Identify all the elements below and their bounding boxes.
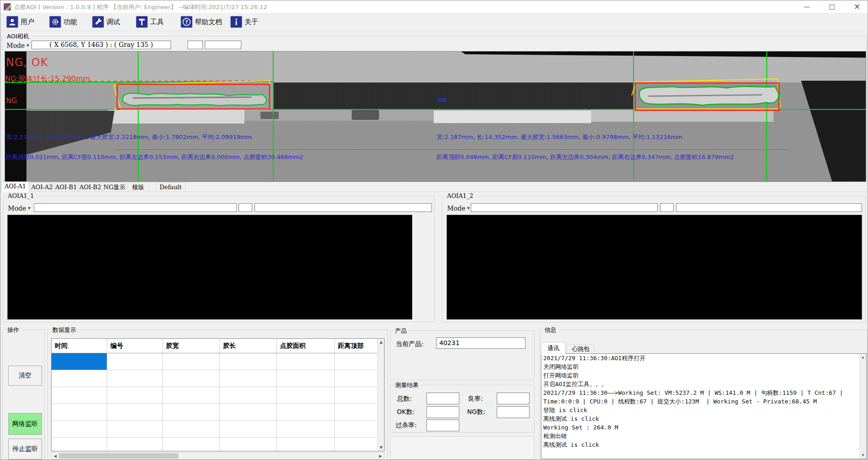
current-product-field[interactable]: 40231 [436, 337, 525, 349]
hammer-icon [136, 16, 148, 28]
close-button[interactable]: × [847, 0, 868, 13]
toolbar-button-user[interactable]: 用户 [5, 15, 36, 29]
toolbar-button-function[interactable]: 功能 [47, 15, 79, 29]
toolbar-button-help[interactable]: ? 帮助文档 [179, 15, 224, 29]
table-horizontal-scrollbar[interactable]: ◀ ▶ [51, 452, 385, 460]
tab-template[interactable]: 模版 [127, 182, 149, 192]
tab-aoi-a1[interactable]: AOI-A1 [1, 181, 29, 192]
scrollbar-thumb[interactable] [59, 453, 178, 459]
toolbar-label: 关于 [244, 18, 258, 26]
left-measure-line1: 宽:2.215mm, 长:15.290mm, 最大胶宽:2.2218mm, 最小… [6, 133, 252, 141]
table-row[interactable] [52, 438, 384, 451]
tab-aoi-b1[interactable]: AOI-B1 [55, 182, 78, 192]
toolbar-label: 调试 [106, 18, 120, 26]
aoia1-2-mode-dropdown[interactable]: Mode ▼ [446, 204, 471, 212]
table-row[interactable] [52, 387, 384, 404]
measurement-group: 测量结果 总数: 良率: OK数: NG数: 过杀率: [390, 385, 535, 433]
log-line: 离线测试 is click [541, 414, 866, 423]
user-icon [6, 16, 18, 28]
column-header-time[interactable]: 时间 [52, 339, 107, 353]
column-header-area[interactable]: 点胶面积 [277, 339, 335, 353]
total-field[interactable] [426, 393, 459, 404]
camera-mode-dropdown[interactable]: Mode ▼ [5, 41, 31, 50]
toolbar-button-debug[interactable]: 调试 [90, 15, 122, 29]
log-line: 关闭网络监听 [541, 362, 866, 371]
aoia1-1-image-view[interactable] [7, 215, 412, 320]
camera-aux-field-1[interactable] [187, 41, 203, 49]
log-line: 检测出错 [541, 432, 866, 440]
table-row[interactable] [52, 370, 384, 387]
aoia1-2-field-3[interactable] [676, 203, 862, 212]
scroll-down-icon[interactable]: ▼ [378, 445, 385, 450]
aoia1-1-mode-dropdown[interactable]: Mode ▼ [7, 204, 31, 212]
column-header-id[interactable]: 编号 [107, 339, 163, 353]
aoia1-2-group: AOIA1_2 Mode ▼ [442, 196, 866, 322]
log-line: 2021/7/29 11:36:30:AOI程序打开 [541, 354, 866, 362]
log-vertical-scrollbar[interactable]: ▲ ▼ [859, 354, 866, 459]
tab-comm[interactable]: 通讯 [541, 342, 566, 354]
gear-icon [49, 16, 61, 28]
info-group: 信息 通讯 心跳包 2021/7/29 11:36:30:AOI程序打开 关闭网… [540, 330, 868, 460]
tab-aoi-b2[interactable]: AOI-B2 [79, 182, 102, 192]
maximize-button[interactable]: □ [821, 0, 842, 13]
stop-listen-button[interactable]: 停止监听 [8, 439, 42, 460]
scroll-down-icon[interactable]: ▼ [860, 453, 866, 457]
overkill-label: 过杀率: [395, 421, 417, 429]
camera-aux-field-2[interactable] [205, 41, 241, 49]
aoia1-2-field-1[interactable] [471, 203, 658, 212]
tab-heartbeat[interactable]: 心跳包 [567, 344, 595, 354]
tab-divider [1, 191, 868, 192]
operations-label: 操作 [5, 326, 21, 334]
ok-count-field[interactable] [426, 406, 459, 418]
table-row[interactable] [52, 404, 384, 421]
data-display-group: 数据显示 时间 编号 胶宽 胶长 点胶面积 距离顶部 ▲ [47, 330, 388, 460]
total-label: 总数: [397, 395, 412, 403]
aoia1-2-label: AOIA1_2 [445, 192, 475, 199]
camera-image[interactable]: NG, OK NG:胶体过长:15.290mm, NG OK 宽:2.215mm… [5, 51, 866, 182]
table-vertical-scrollbar[interactable]: ▲ ▼ [377, 339, 385, 451]
aoi-camera-group: AOI相机 Mode ▼ ( X 6568, Y 1463 ) : ( Gray… [2, 36, 867, 181]
info-icon [230, 16, 242, 28]
comm-log[interactable]: 2021/7/29 11:36:30:AOI程序打开 关闭网络监听 打开网络监听… [541, 353, 867, 459]
minimize-button[interactable]: — [796, 0, 817, 13]
mode-label: Mode [8, 205, 26, 212]
notes-panel [390, 436, 535, 460]
scroll-up-icon[interactable]: ▲ [378, 340, 385, 344]
yield-field[interactable] [497, 393, 530, 404]
product-label: 产品 [393, 327, 409, 335]
tab-ng-display[interactable]: NG显示 [103, 182, 126, 192]
mode-label: Mode [6, 42, 25, 49]
window-title: 点胶AOI [ Version : 1.0.0.9 ] 程序 【当前用户: En… [14, 3, 267, 11]
toolbar-button-tools[interactable]: 工具 [134, 15, 166, 29]
aoia1-1-field-3[interactable] [255, 203, 432, 212]
result-table[interactable]: 时间 编号 胶宽 胶长 点胶面积 距离顶部 ▲ ▼ [51, 338, 385, 451]
column-header-glue-length[interactable]: 胶长 [220, 339, 277, 353]
clear-button[interactable]: 清空 [8, 366, 42, 386]
tab-default[interactable]: Default [156, 182, 186, 192]
ok-count-label: OK数: [397, 408, 415, 416]
scroll-right-icon[interactable]: ▶ [378, 454, 383, 458]
scroll-up-icon[interactable]: ▲ [860, 355, 866, 359]
product-group: 产品 当前产品: 40231 [390, 331, 535, 380]
column-header-top-distance[interactable]: 距离顶部 [335, 339, 378, 353]
aoia1-2-image-view[interactable] [447, 215, 862, 320]
aoia1-1-field-1[interactable] [34, 203, 237, 212]
svg-text:?: ? [185, 19, 188, 25]
aoia1-1-field-2[interactable] [239, 203, 252, 212]
aoia1-2-field-2[interactable] [660, 203, 674, 212]
log-line: Time:0:0:9 | CPU:0 | 线程数:67 | 提交大小:123M … [541, 397, 866, 406]
camera-coordinate-field[interactable]: ( X 6568, Y 1463 ) : ( Gray 135 ) [31, 41, 171, 49]
toolbar-button-about[interactable]: 关于 [229, 15, 260, 29]
tab-aoi-a2[interactable]: AOI-A2 [31, 182, 53, 192]
selected-cell[interactable] [52, 353, 107, 370]
ng-count-field[interactable] [497, 406, 530, 418]
scroll-left-icon[interactable]: ◀ [52, 454, 58, 458]
operations-group: 操作 清空 网络监听 停止监听 [2, 330, 45, 460]
overkill-field[interactable] [426, 419, 459, 431]
app-icon [4, 3, 11, 10]
column-header-glue-width[interactable]: 胶宽 [163, 339, 220, 353]
network-listen-button[interactable]: 网络监听 [8, 413, 42, 435]
table-row[interactable] [52, 353, 384, 370]
log-line: 登陆 is click [541, 406, 866, 414]
table-row[interactable] [52, 421, 384, 438]
